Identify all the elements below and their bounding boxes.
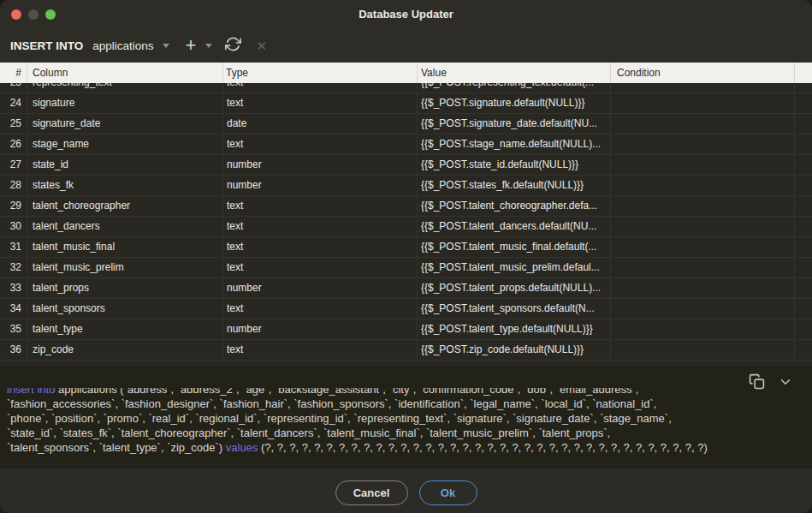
row-number: 23 <box>0 83 27 92</box>
cell-column-name: talent_dancers <box>27 217 223 236</box>
header-gutter <box>795 63 812 83</box>
table-row[interactable]: 30 talent_dancers text {{$_POST.talent_d… <box>0 217 812 237</box>
header-condition: Condition <box>611 63 795 83</box>
table-row[interactable]: 33 talent_props number {{$_POST.talent_p… <box>0 278 812 299</box>
cell-gutter <box>795 237 812 257</box>
cell-gutter <box>795 114 812 134</box>
cell-type: number <box>223 278 418 298</box>
cell-column-name: talent_music_final <box>27 237 223 257</box>
table-row[interactable]: 36 zip_code text {{$_POST.zip_code.defau… <box>0 340 812 361</box>
cell-column-name: signature <box>27 93 223 113</box>
cell-value[interactable]: {{$_POST.zip_code.default(NULL)}} <box>418 340 611 360</box>
cell-column-name: talent_choreographer <box>27 196 223 216</box>
table-row[interactable]: 28 states_fk number {{$_POST.states_fk.d… <box>0 176 812 196</box>
cell-gutter <box>795 134 812 154</box>
cell-condition[interactable] <box>611 176 795 195</box>
cell-type: number <box>223 176 418 195</box>
cell-gutter <box>795 83 812 92</box>
cell-value[interactable]: {{$_POST.talent_dancers.default(NU... <box>418 217 611 236</box>
cell-type: text <box>223 217 418 236</box>
cell-condition[interactable] <box>611 196 795 216</box>
cell-type: text <box>223 299 418 319</box>
cell-value[interactable]: {{$_POST.talent_type.default(NULL)}} <box>418 319 611 339</box>
table-row[interactable]: 26 stage_name text {{$_POST.stage_name.d… <box>0 134 812 155</box>
cell-column-name: signature_date <box>27 114 223 134</box>
cell-value[interactable]: {{$_POST.talent_music_prelim.defaul... <box>418 258 611 277</box>
cell-condition[interactable] <box>611 134 795 154</box>
cell-type: text <box>223 196 418 216</box>
header-column: Column <box>27 63 223 83</box>
table-row[interactable]: 34 talent_sponsors text {{$_POST.talent_… <box>0 299 812 319</box>
cell-value[interactable]: {{$_POST.representing_text.default(... <box>418 83 611 92</box>
table-row[interactable]: 35 talent_type number {{$_POST.talent_ty… <box>0 319 812 340</box>
cell-value[interactable]: {{$_POST.talent_music_final.default(... <box>418 237 611 257</box>
cell-type: text <box>223 237 418 257</box>
table-row[interactable]: 27 state_id number {{$_POST.state_id.def… <box>0 155 812 176</box>
cell-column-name: representing_text <box>27 83 223 92</box>
cell-value[interactable]: {{$_POST.state_id.default(NULL)}} <box>418 155 611 175</box>
cell-condition[interactable] <box>611 217 795 236</box>
sql-preview-text: insert into applications (`address`, `ad… <box>7 388 805 468</box>
cell-condition[interactable] <box>611 299 795 319</box>
cell-gutter <box>795 176 812 195</box>
refresh-icon <box>225 36 241 56</box>
cell-condition[interactable] <box>611 319 795 339</box>
cell-condition[interactable] <box>611 258 795 277</box>
cell-gutter <box>795 299 812 319</box>
cell-type: number <box>223 319 418 339</box>
cell-condition[interactable] <box>611 83 795 92</box>
cell-column-name: talent_type <box>27 319 223 339</box>
table-header: # Column Type Value Condition <box>0 63 812 83</box>
cell-value[interactable]: {{$_POST.states_fk.default(NULL)}} <box>418 176 611 195</box>
cell-column-name: states_fk <box>27 176 223 195</box>
cell-gutter <box>795 217 812 236</box>
window-title: Database Updater <box>0 0 812 28</box>
header-value: Value <box>418 63 611 83</box>
cell-gutter <box>795 258 812 277</box>
cell-column-name: stage_name <box>27 134 223 154</box>
cell-value[interactable]: {{$_POST.talent_props.default(NULL)... <box>418 278 611 298</box>
table-row[interactable]: 32 talent_music_prelim text {{$_POST.tal… <box>0 258 812 278</box>
table-row[interactable]: 29 talent_choreographer text {{$_POST.ta… <box>0 196 812 217</box>
cell-condition[interactable] <box>611 93 795 113</box>
cell-type: text <box>223 134 418 154</box>
cell-condition[interactable] <box>611 114 795 134</box>
column-mapping-table[interactable]: 23 representing_text text {{$_POST.repre… <box>0 83 812 367</box>
cell-type: text <box>223 83 418 92</box>
cell-condition[interactable] <box>611 155 795 175</box>
cell-value[interactable]: {{$_POST.talent_choreographer.defa... <box>418 196 611 216</box>
add-options-chevron-icon[interactable] <box>205 44 212 48</box>
chevron-down-icon <box>163 44 169 48</box>
row-number: 35 <box>0 319 27 339</box>
cell-type: text <box>223 340 418 360</box>
cell-gutter <box>795 196 812 216</box>
toolbar: INSERT INTO applications + ✕ <box>0 28 812 63</box>
table-row[interactable]: 24 signature text {{$_POST.signature.def… <box>0 93 812 114</box>
cell-type: text <box>223 258 418 277</box>
ok-button[interactable]: Ok <box>419 480 477 505</box>
cell-value[interactable]: {{$_POST.signature_date.default(NU... <box>418 114 611 134</box>
cell-condition[interactable] <box>611 237 795 257</box>
cell-value[interactable]: {{$_POST.talent_sponsors.default(N... <box>418 299 611 319</box>
remove-row-button[interactable]: ✕ <box>256 39 267 52</box>
cell-value[interactable]: {{$_POST.signature.default(NULL)}} <box>418 93 611 113</box>
cell-condition[interactable] <box>611 278 795 298</box>
row-number: 34 <box>0 299 27 319</box>
table-row[interactable]: 23 representing_text text {{$_POST.repre… <box>0 83 812 93</box>
cell-column-name: talent_music_prelim <box>27 258 223 277</box>
table-selector-dropdown[interactable]: applications <box>92 39 169 52</box>
cell-value[interactable]: {{$_POST.stage_name.default(NULL)... <box>418 134 611 154</box>
refresh-button[interactable] <box>225 36 241 56</box>
titlebar: Database Updater <box>0 0 812 28</box>
cancel-button[interactable]: Cancel <box>335 480 408 505</box>
row-number: 31 <box>0 237 27 257</box>
cell-condition[interactable] <box>611 340 795 360</box>
cell-column-name: talent_props <box>27 278 223 298</box>
row-number: 33 <box>0 278 27 298</box>
row-number: 36 <box>0 340 27 360</box>
sql-preview-panel: insert into applications (`address`, `ad… <box>0 367 812 468</box>
table-row[interactable]: 25 signature_date date {{$_POST.signatur… <box>0 114 812 134</box>
add-row-button[interactable]: + <box>186 37 197 54</box>
row-number: 26 <box>0 134 27 154</box>
table-row[interactable]: 31 talent_music_final text {{$_POST.tale… <box>0 237 812 258</box>
